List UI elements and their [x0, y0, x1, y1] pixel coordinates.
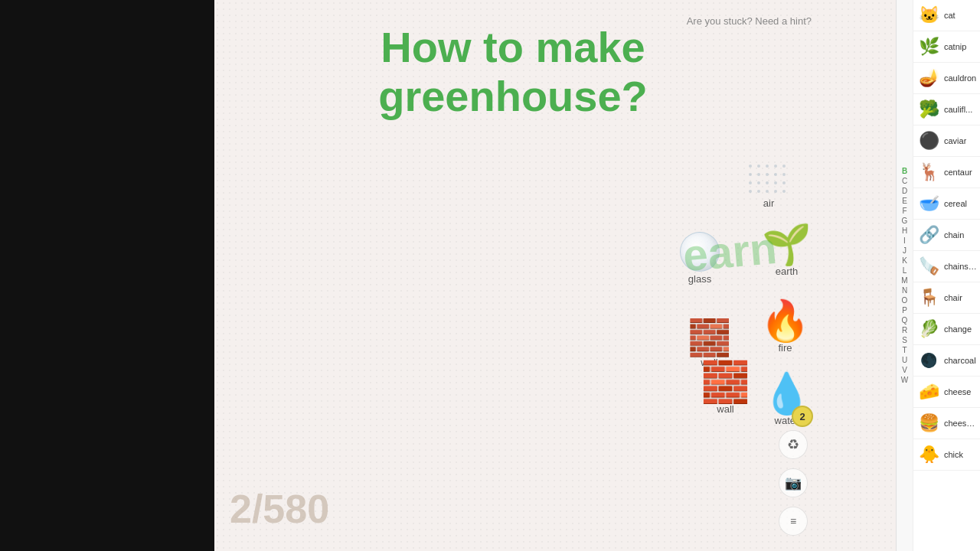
alpha-B[interactable]: B: [897, 166, 913, 176]
items-list: 🐱 cat 🌿 catnip 🪔 cauldron 🥦 caulifl... ⚫…: [913, 0, 980, 551]
element-air[interactable]: air: [749, 165, 789, 209]
alpha-R[interactable]: R: [897, 325, 913, 335]
element-earth[interactable]: 🌱 earth: [762, 224, 812, 277]
item-thumb-centaur: 🦌: [916, 160, 941, 184]
item-thumb-chain: 🔗: [916, 223, 941, 247]
fire-icon: 🔥: [760, 301, 810, 341]
alpha-N[interactable]: N: [897, 285, 913, 295]
item-thumb-chick: 🐥: [916, 442, 941, 467]
item-thumb-chainsaw: 🪚: [916, 254, 941, 279]
alpha-I[interactable]: I: [897, 236, 913, 246]
alpha-K[interactable]: K: [897, 256, 913, 266]
list-item[interactable]: 🥬 change: [913, 314, 980, 345]
air-icon: [749, 165, 789, 196]
alpha-E[interactable]: E: [897, 196, 913, 206]
bottom-actions: ♻ 📷 ≡: [779, 430, 808, 536]
element-glass[interactable]: glass: [680, 232, 720, 285]
alpha-G[interactable]: G: [897, 216, 913, 226]
item-name-catnip: catnip: [944, 42, 966, 51]
recycle-button[interactable]: ♻: [779, 430, 808, 459]
score-display: 2/580: [230, 486, 329, 532]
alpha-D[interactable]: D: [897, 186, 913, 196]
item-thumb-cauliflower: 🥦: [916, 97, 941, 122]
earth-icon: 🌱: [762, 224, 812, 264]
alpha-O[interactable]: O: [897, 295, 913, 305]
alpha-V[interactable]: V: [897, 365, 913, 375]
item-name-chain: chain: [944, 230, 964, 240]
element-wall2[interactable]: 🧱 wall: [701, 362, 750, 415]
list-item[interactable]: 🌑 charcoal: [913, 345, 980, 377]
element-badge: 2: [792, 406, 813, 427]
item-name-chick: chick: [944, 450, 963, 459]
item-thumb-chair: 🪑: [916, 285, 941, 310]
item-name-chainsaw: chainsaw: [944, 262, 977, 271]
alpha-P[interactable]: P: [897, 305, 913, 315]
black-left-panel: [0, 0, 214, 551]
alphabet-nav: B C D E F G H I J K L M N O P Q R S T U …: [897, 0, 913, 551]
earth-label: earth: [776, 266, 799, 277]
list-item[interactable]: 🪑 chair: [913, 282, 980, 314]
item-name-charcoal: charcoal: [944, 356, 976, 365]
alpha-J[interactable]: J: [897, 246, 913, 256]
list-item[interactable]: 🥦 caulifl...: [913, 94, 980, 126]
list-item[interactable]: 🥣 cereal: [913, 188, 980, 220]
fire-label: fire: [778, 342, 792, 354]
alpha-S[interactable]: S: [897, 335, 913, 345]
item-name-cheeseburger: cheeseb...: [944, 419, 977, 428]
alpha-W[interactable]: W: [897, 375, 913, 385]
main-game-area: Are you stuck? Need a hint? How to make …: [214, 0, 896, 551]
item-thumb-caviar: ⚫: [916, 129, 941, 153]
alpha-M[interactable]: M: [897, 276, 913, 285]
hamburger-icon: ≡: [790, 516, 796, 527]
air-label: air: [763, 197, 774, 209]
alpha-U[interactable]: U: [897, 355, 913, 365]
item-name-cauldron: cauldron: [944, 73, 976, 83]
list-item[interactable]: 🐥 chick: [913, 439, 980, 471]
right-sidebar: B C D E F G H I J K L M N O P Q R S T U …: [896, 0, 980, 551]
wall2-label: wall: [717, 403, 733, 415]
list-item[interactable]: 🍔 cheeseb...: [913, 408, 980, 439]
item-name-cheese: cheese: [944, 387, 971, 396]
wall2-icon: 🧱: [701, 362, 750, 402]
list-item[interactable]: 🪚 chainsaw: [913, 251, 980, 282]
alpha-L[interactable]: L: [897, 266, 913, 276]
alpha-T[interactable]: T: [897, 345, 913, 355]
alpha-H[interactable]: H: [897, 226, 913, 236]
alpha-C[interactable]: C: [897, 176, 913, 186]
element-fire[interactable]: 🔥 fire: [760, 301, 810, 354]
recycle-icon: ♻: [787, 436, 799, 453]
list-item[interactable]: 🦌 centaur: [913, 157, 980, 188]
camera-icon: 📷: [785, 474, 802, 491]
item-thumb-cereal: 🥣: [916, 191, 941, 216]
item-name-cauliflower: caulifl...: [944, 105, 972, 114]
item-thumb-cheeseburger: 🍔: [916, 411, 941, 435]
item-thumb-cheese: 🧀: [916, 380, 941, 404]
list-item[interactable]: ⚫ caviar: [913, 126, 980, 157]
item-name-chair: chair: [944, 293, 962, 302]
item-name-caviar: caviar: [944, 136, 966, 145]
item-thumb-cauldron: 🪔: [916, 66, 941, 90]
list-item[interactable]: 🌿 catnip: [913, 31, 980, 63]
list-item[interactable]: 🔗 chain: [913, 220, 980, 251]
item-thumb-change: 🥬: [916, 317, 941, 341]
item-name-cat: cat: [944, 11, 956, 20]
item-thumb-catnip: 🌿: [916, 34, 941, 59]
item-name-centaur: centaur: [944, 168, 972, 177]
menu-button[interactable]: ≡: [779, 507, 808, 536]
title-text: How to make greenhouse?: [214, 23, 812, 122]
camera-button[interactable]: 📷: [779, 468, 808, 497]
title-area: How to make greenhouse?: [214, 23, 812, 122]
wall1-icon: 🧱: [688, 320, 731, 355]
item-name-change: change: [944, 324, 972, 334]
item-thumb-cat: 🐱: [916, 3, 941, 28]
alpha-Q[interactable]: Q: [897, 315, 913, 325]
list-item[interactable]: 🪔 cauldron: [913, 63, 980, 94]
item-name-cereal: cereal: [944, 199, 967, 208]
alpha-F[interactable]: F: [897, 206, 913, 216]
glass-label: glass: [688, 273, 711, 285]
list-item[interactable]: 🐱 cat: [913, 0, 980, 31]
glass-icon: [680, 232, 720, 272]
list-item[interactable]: 🧀 cheese: [913, 377, 980, 408]
item-thumb-charcoal: 🌑: [916, 348, 941, 373]
